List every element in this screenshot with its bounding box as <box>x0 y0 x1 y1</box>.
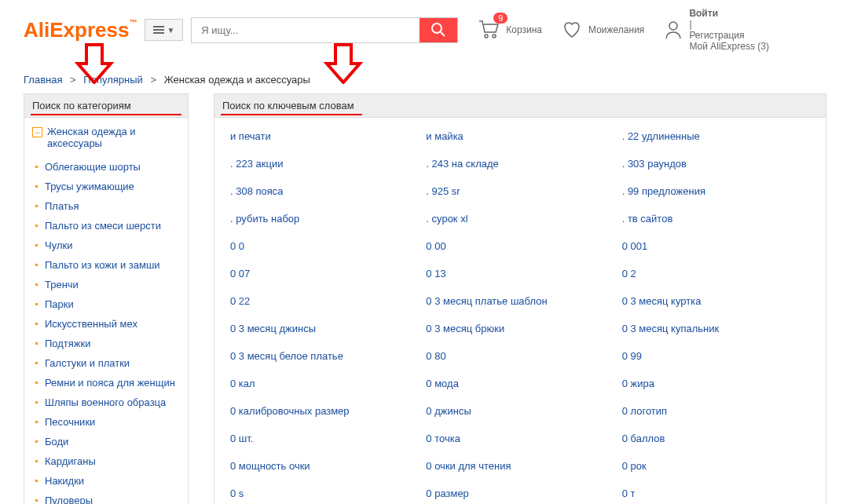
underline-annotation <box>31 114 181 115</box>
keyword-link[interactable]: 0 3 месяц куртка <box>622 295 810 307</box>
keyword-link[interactable]: 0 размер <box>426 488 614 499</box>
category-link[interactable]: Трусы ужимающие <box>45 181 134 192</box>
categories-menu-button[interactable]: ▼ <box>145 19 183 41</box>
keyword-link[interactable]: 0 2 <box>622 268 810 279</box>
category-link[interactable]: Кардиганы <box>45 455 96 467</box>
main-title: Поиск по ключевым словам <box>222 100 354 111</box>
category-link[interactable]: Подтяжки <box>45 338 91 349</box>
category-link[interactable]: Ремни и пояса для женщин <box>45 377 175 389</box>
logo-express: Express <box>49 18 129 42</box>
keyword-link[interactable]: 0 т <box>622 488 810 499</box>
keyword-link[interactable]: 0 калибровочных размер <box>230 405 418 417</box>
keyword-link[interactable]: 0 3 месяц купальник <box>622 323 810 334</box>
annotation-arrow-2 <box>324 43 363 84</box>
cart-link[interactable]: 9 Корзина <box>478 19 542 42</box>
keyword-link[interactable]: 0 s <box>230 488 418 499</box>
category-link[interactable]: Чулки <box>45 239 72 251</box>
category-item: Искусственный мех <box>32 314 180 334</box>
heart-icon <box>562 20 582 39</box>
keyword-link[interactable]: . 22 удлиненные <box>622 130 810 142</box>
keyword-link[interactable]: 0 очки для чтения <box>426 460 614 472</box>
category-link[interactable]: Накидки <box>45 475 84 487</box>
category-item: Платья <box>32 196 180 216</box>
search-button[interactable] <box>420 18 457 42</box>
keyword-link[interactable]: 0 джинсы <box>426 405 614 417</box>
category-item: Парки <box>32 294 180 314</box>
sidebar-title: Поиск по категориям <box>32 100 131 111</box>
category-link[interactable]: Искусственный мех <box>45 318 137 330</box>
keyword-link[interactable]: и майка <box>426 130 614 142</box>
collapse-icon[interactable]: − <box>32 127 42 137</box>
header: AliExpress™ ▼ 9 Корзина Моижелания Войти… <box>0 0 850 60</box>
breadcrumb-home[interactable]: Главная <box>24 74 62 86</box>
category-item: Тренчи <box>32 275 180 294</box>
category-link[interactable]: Платья <box>45 200 79 212</box>
category-item: Шляпы военного образца <box>32 393 180 412</box>
account-link[interactable]: Войти | Регистрация Мой AliExpress (3) <box>664 8 769 52</box>
sidebar: Поиск по категориям − Женская одежда и а… <box>24 93 189 504</box>
keyword-link[interactable]: 0 3 месяц джинсы <box>230 323 418 334</box>
keyword-link[interactable]: . 99 предложения <box>622 185 810 197</box>
login-link[interactable]: Войти <box>689 8 718 19</box>
keyword-link[interactable]: 0 3 месяц белое платье <box>230 350 418 362</box>
keyword-link[interactable]: . 308 пояса <box>230 185 418 197</box>
category-link[interactable]: Песочники <box>45 416 95 428</box>
keyword-link[interactable]: . 925 sr <box>426 185 614 197</box>
keyword-link[interactable]: 0 шт. <box>230 433 418 444</box>
keyword-link[interactable]: . 223 акции <box>230 158 418 170</box>
category-item: Чулки <box>32 236 180 255</box>
svg-line-1 <box>441 32 445 36</box>
keyword-link[interactable]: 0 точка <box>426 433 614 444</box>
category-root[interactable]: − Женская одежда и аксессуары <box>32 126 180 149</box>
keyword-link[interactable]: 0 00 <box>426 240 614 252</box>
wishlist-top: Мои <box>588 24 607 35</box>
register-link[interactable]: Регистрация <box>689 30 769 41</box>
content: Поиск по категориям − Женская одежда и а… <box>0 93 850 504</box>
cart-badge: 9 <box>493 13 507 24</box>
keyword-link[interactable]: . сурок xl <box>426 213 614 225</box>
category-item: Облегающие шорты <box>32 157 180 177</box>
category-link[interactable]: Парки <box>45 298 74 310</box>
keyword-link[interactable]: . рубить набор <box>230 213 418 225</box>
breadcrumb: Главная > Популярный > Женская одежда и … <box>0 60 850 93</box>
keyword-link[interactable]: 0 мода <box>426 378 614 389</box>
category-link[interactable]: Галстуки и платки <box>45 357 130 369</box>
my-aliexpress[interactable]: Мой AliExpress (3) <box>689 41 769 52</box>
svg-point-0 <box>432 24 441 33</box>
logo[interactable]: AliExpress™ <box>24 18 137 42</box>
keyword-link[interactable]: 0 22 <box>230 295 418 307</box>
keyword-link[interactable]: 0 баллов <box>622 433 810 444</box>
keyword-link[interactable]: и печати <box>230 130 418 142</box>
category-link[interactable]: Облегающие шорты <box>45 161 141 173</box>
keyword-link[interactable]: 0 3 месяц брюки <box>426 323 614 334</box>
keyword-link[interactable]: 0 рок <box>622 460 810 472</box>
category-link[interactable]: Боди <box>45 436 68 447</box>
keyword-link[interactable]: 0 07 <box>230 268 418 279</box>
keyword-link[interactable]: 0 99 <box>622 350 810 362</box>
category-link[interactable]: Пальто из кожи и замши <box>45 259 160 271</box>
keyword-link[interactable]: 0 001 <box>622 240 810 252</box>
keyword-link[interactable]: 0 0 <box>230 240 418 252</box>
category-item: Песочники <box>32 412 180 432</box>
category-link[interactable]: Шляпы военного образца <box>45 396 166 408</box>
category-link[interactable]: Пальто из смеси шерсти <box>45 220 161 232</box>
category-item: Боди <box>32 432 180 451</box>
category-link[interactable]: Тренчи <box>45 279 79 290</box>
keyword-link[interactable]: 0 кал <box>230 378 418 389</box>
keyword-link[interactable]: . тв сайтов <box>622 213 810 225</box>
wishlist-link[interactable]: Моижелания <box>562 20 644 39</box>
keyword-link[interactable]: 0 80 <box>426 350 614 362</box>
category-item: Ремни и пояса для женщин <box>32 373 180 393</box>
category-item: Галстуки и платки <box>32 353 180 373</box>
keyword-link[interactable]: . 303 раундов <box>622 158 810 170</box>
category-link[interactable]: Пуловеры <box>45 495 93 504</box>
keyword-link[interactable]: . 243 на складе <box>426 158 614 170</box>
keyword-link[interactable]: 0 13 <box>426 268 614 279</box>
keyword-link[interactable]: 0 жира <box>622 378 810 389</box>
search-input[interactable] <box>192 18 420 42</box>
keyword-link[interactable]: 0 мощность очки <box>230 460 418 472</box>
keyword-link[interactable]: 0 3 месяц платье шаблон <box>426 295 614 307</box>
cart-label: Корзина <box>506 24 542 35</box>
category-item: Подтяжки <box>32 334 180 353</box>
keyword-link[interactable]: 0 логотип <box>622 405 810 417</box>
